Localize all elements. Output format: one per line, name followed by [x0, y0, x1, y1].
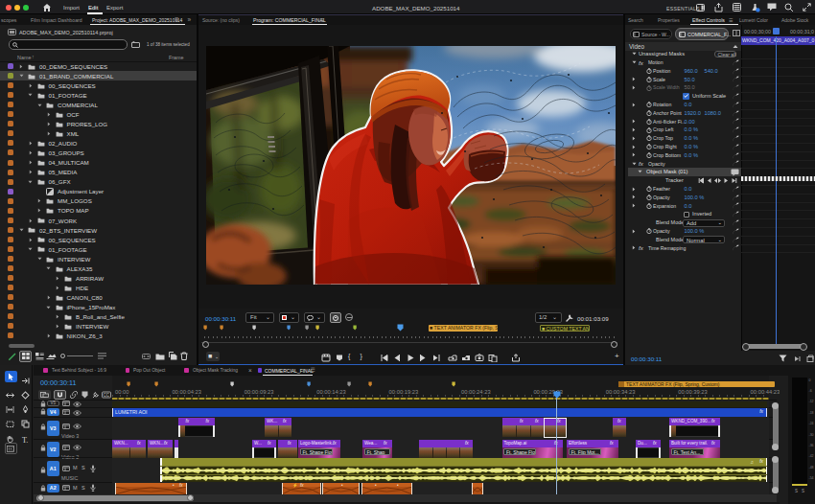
- svg-text:CC: CC: [104, 393, 110, 398]
- svg-text:T.: T.: [22, 435, 28, 444]
